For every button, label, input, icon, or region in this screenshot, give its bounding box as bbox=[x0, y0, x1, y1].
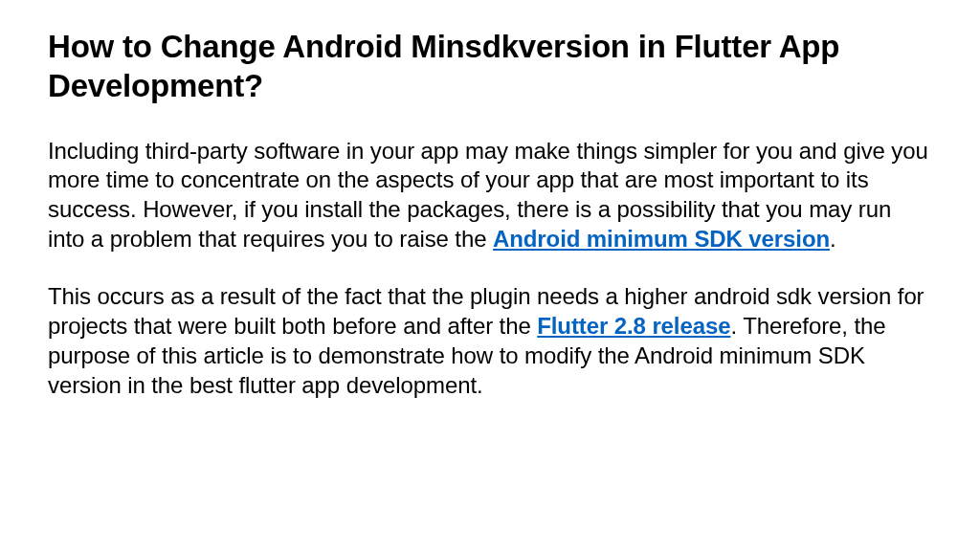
intro-paragraph-1: Including third-party software in your a… bbox=[48, 137, 932, 254]
paragraph-text-after: . bbox=[830, 226, 836, 252]
page-title: How to Change Android Minsdkversion in F… bbox=[48, 27, 932, 106]
flutter-release-link[interactable]: Flutter 2.8 release bbox=[537, 313, 730, 339]
intro-paragraph-2: This occurs as a result of the fact that… bbox=[48, 282, 932, 400]
android-sdk-link[interactable]: Android minimum SDK version bbox=[493, 226, 830, 252]
